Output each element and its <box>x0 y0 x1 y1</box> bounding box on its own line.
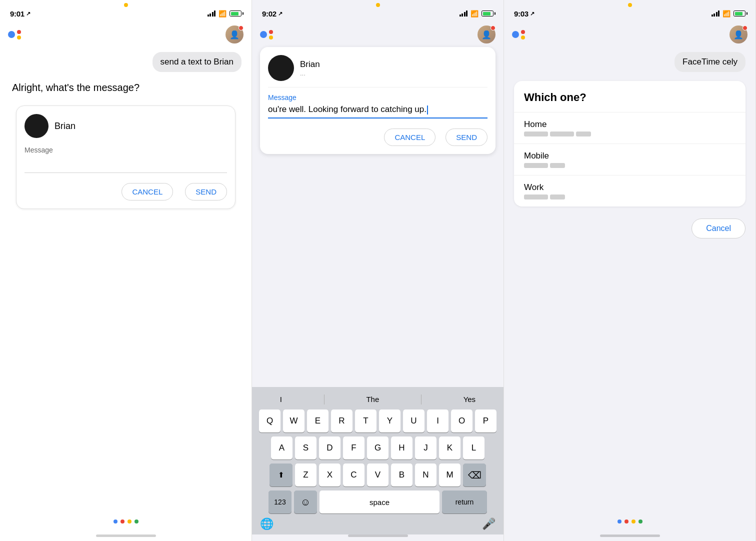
card-actions-1: CANCEL SEND <box>24 183 227 200</box>
assistant-message-1: Alright, what's the message? <box>10 78 142 98</box>
wifi-icon-3: 📶 <box>722 10 730 18</box>
compose-actions: CANCEL SEND <box>268 128 488 146</box>
key-R[interactable]: R <box>331 410 352 432</box>
bottom-dots-1 <box>0 514 252 528</box>
bottom-dot-yellow-3 <box>632 520 636 524</box>
compose-message-text[interactable]: ou're well. Looking forward to catching … <box>268 104 488 118</box>
chat-area-3: FaceTime cely <box>504 47 756 77</box>
send-button-2[interactable]: SEND <box>446 128 488 146</box>
num-block-2 <box>550 132 574 136</box>
keyboard-row-2: A S D F G H J K L <box>255 436 500 460</box>
notification-dot-1 <box>124 3 128 7</box>
compose-contact-info: Brian ... <box>300 60 320 77</box>
bottom-dots-3 <box>504 514 756 528</box>
option-mobile[interactable]: Mobile <box>514 144 746 176</box>
battery-icon-2 <box>482 10 494 16</box>
bottom-dot-red-3 <box>624 520 628 524</box>
option-home[interactable]: Home <box>514 112 746 144</box>
notification-dot-2 <box>376 3 380 7</box>
google-assistant-logo-1 <box>8 30 21 40</box>
delete-key[interactable]: ⌫ <box>463 464 486 486</box>
emoji-key[interactable]: ☺ <box>294 490 317 514</box>
phone-panel-1: 9:01 ↗ 📶 👤 <box>0 0 252 541</box>
key-M[interactable]: M <box>439 464 460 486</box>
suggestion-divider-2 <box>421 394 422 404</box>
logo-dot-red-2 <box>269 30 273 34</box>
key-Y[interactable]: Y <box>379 410 400 432</box>
return-key[interactable]: return <box>442 490 487 514</box>
signal-icon-2 <box>460 10 468 16</box>
location-icon-1: ↗ <box>26 10 30 17</box>
shift-key[interactable]: ⬆ <box>270 464 292 486</box>
key-E[interactable]: E <box>307 410 328 432</box>
suggestion-divider-1 <box>324 394 324 404</box>
header-bar-1: 👤 <box>0 22 252 47</box>
key-O[interactable]: O <box>451 410 472 432</box>
key-X[interactable]: X <box>319 464 340 486</box>
signal-icon-1 <box>208 10 216 16</box>
key-G[interactable]: G <box>367 436 388 460</box>
message-input-1[interactable] <box>24 158 227 173</box>
key-B[interactable]: B <box>391 464 412 486</box>
key-A[interactable]: A <box>271 436 292 460</box>
option-mobile-label: Mobile <box>524 151 736 161</box>
status-icons-1: 📶 <box>208 10 242 18</box>
key-J[interactable]: J <box>415 436 436 460</box>
key-Z[interactable]: Z <box>295 464 316 486</box>
key-H[interactable]: H <box>391 436 412 460</box>
logo-dot-red-1 <box>17 30 21 34</box>
option-mobile-number <box>524 163 736 168</box>
bottom-dot-blue-1 <box>114 520 118 524</box>
space-key[interactable]: space <box>320 490 440 514</box>
assistant-text-1: Alright, what's the message? <box>12 82 140 93</box>
key-D[interactable]: D <box>319 436 340 460</box>
key-S[interactable]: S <box>295 436 316 460</box>
cancel-button-1[interactable]: CANCEL <box>122 183 173 200</box>
chat-area-1: send a text to Brian Alright, what's the… <box>0 47 252 514</box>
suggestion-1[interactable]: The <box>356 393 389 406</box>
key-K[interactable]: K <box>439 436 460 460</box>
num-block-7 <box>550 194 565 200</box>
user-avatar-wrapper-3[interactable]: 👤 <box>730 26 748 44</box>
key-I[interactable]: I <box>427 410 448 432</box>
cancel-button-2[interactable]: CANCEL <box>384 128 436 146</box>
compose-contact-header: Brian ... <box>268 55 488 88</box>
key-V[interactable]: V <box>367 464 388 486</box>
user-avatar-wrapper-1[interactable]: 👤 <box>226 26 244 44</box>
key-Q[interactable]: Q <box>259 410 280 432</box>
key-C[interactable]: C <box>343 464 364 486</box>
numbers-key[interactable]: 123 <box>268 490 292 514</box>
num-block-3 <box>576 132 591 136</box>
message-card-1: Brian Message CANCEL SEND <box>16 106 236 209</box>
globe-icon[interactable]: 🌐 <box>260 518 274 530</box>
key-P[interactable]: P <box>475 410 496 432</box>
option-home-label: Home <box>524 120 736 130</box>
option-work[interactable]: Work <box>514 176 746 206</box>
user-avatar-wrapper-2[interactable]: 👤 <box>478 26 496 44</box>
status-icons-2: 📶 <box>460 10 494 18</box>
logo-dot-red-3 <box>521 30 525 34</box>
compose-message-label: Message <box>268 94 488 102</box>
logo-dot-blue-2 <box>260 31 267 38</box>
suggestion-2[interactable]: Yes <box>454 393 486 406</box>
user-message-text-1: send a text to Brian <box>160 57 234 66</box>
compose-contact-sub: ... <box>300 70 320 77</box>
cancel-button-3[interactable]: Cancel <box>692 218 746 238</box>
key-U[interactable]: U <box>403 410 424 432</box>
microphone-icon[interactable]: 🎤 <box>482 518 496 530</box>
which-one-card: Which one? Home Mobile Work <box>514 81 746 206</box>
key-N[interactable]: N <box>415 464 436 486</box>
key-W[interactable]: W <box>283 410 304 432</box>
status-time-3: 9:03 <box>514 10 528 18</box>
avatar-notif-dot-3 <box>742 26 748 30</box>
send-button-1[interactable]: SEND <box>185 183 227 200</box>
keyboard-bottom-row: 🌐 🎤 <box>254 514 502 532</box>
key-L[interactable]: L <box>463 436 484 460</box>
key-T[interactable]: T <box>355 410 376 432</box>
battery-icon-1 <box>230 10 242 16</box>
compose-card: Brian ... Message ou're well. Looking fo… <box>260 47 496 154</box>
suggestion-0[interactable]: I <box>270 393 292 406</box>
contact-name-1: Brian <box>54 121 76 132</box>
key-F[interactable]: F <box>343 436 364 460</box>
wifi-icon-2: 📶 <box>470 10 478 18</box>
